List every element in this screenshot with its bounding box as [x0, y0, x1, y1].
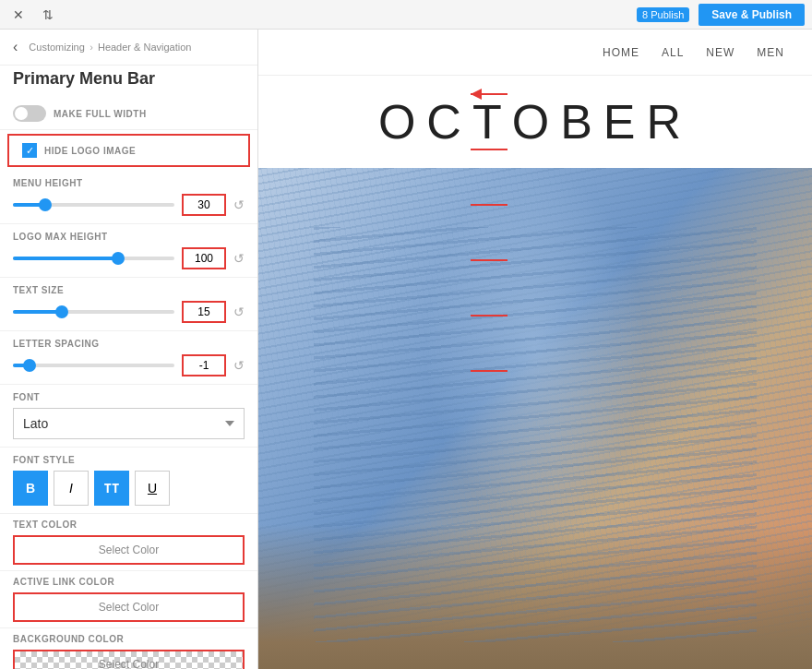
text-size-track[interactable]: [13, 310, 174, 314]
menu-height-label: MENU HEIGHT: [13, 178, 245, 188]
preview-image: [258, 168, 812, 669]
breadcrumb-customizing: Customizing: [29, 42, 85, 53]
sort-button[interactable]: ⇅: [37, 6, 59, 24]
nav-item: MEN: [757, 46, 784, 59]
preview-area: HOMEALLNEWMEN OCTOBER: [258, 30, 812, 669]
text-size-reset[interactable]: ↺: [233, 305, 245, 319]
jeans-weave: [314, 227, 757, 642]
page-title: Primary Menu Bar: [0, 66, 257, 98]
hide-logo-checkbox[interactable]: ✓: [22, 143, 37, 158]
font-style-buttons: B I TT U: [13, 471, 245, 506]
toggle-knob: [15, 107, 28, 120]
make-full-width-toggle[interactable]: [13, 105, 46, 122]
sort-icon: ⇅: [42, 7, 54, 22]
font-label: FONT: [13, 392, 245, 402]
menu-height-thumb[interactable]: [39, 198, 52, 211]
logo-max-height-input[interactable]: [182, 247, 226, 269]
italic-button[interactable]: I: [54, 471, 89, 506]
top-bar: ✕ ⇅ 8 Publish Save & Publish: [0, 0, 812, 30]
sidebar: ‹ Customizing › Header & Navigation Prim…: [0, 30, 258, 669]
letter-spacing-control: ↺: [13, 354, 245, 376]
text-color-button[interactable]: Select Color: [13, 535, 245, 565]
letter-spacing-reset[interactable]: ↺: [233, 358, 245, 373]
letter-spacing-section: LETTER SPACING ↺: [0, 331, 257, 385]
preview-logo: OCTOBER: [378, 94, 692, 149]
menu-height-section: MENU HEIGHT 30 ↺: [0, 171, 257, 224]
underline-button[interactable]: U: [135, 471, 170, 506]
nav-item: ALL: [662, 46, 684, 59]
top-bar-right: 8 Publish Save & Publish: [637, 4, 805, 26]
breadcrumb: Customizing › Header & Navigation: [29, 41, 191, 54]
hide-logo-row: ✓ HIDE LOGO IMAGE: [7, 134, 250, 167]
hide-logo-label: HIDE LOGO IMAGE: [44, 146, 136, 156]
background-color-section: BACKGROUND COLOR Select Color: [0, 628, 257, 669]
menu-height-reset[interactable]: ↺: [233, 197, 245, 212]
menu-height-track[interactable]: [13, 203, 174, 207]
close-icon: ✕: [13, 7, 24, 22]
letter-spacing-label: LETTER SPACING: [13, 339, 245, 349]
logo-max-height-section: LOGO MAX HEIGHT ↺: [0, 224, 257, 278]
background-color-button[interactable]: Select Color: [13, 650, 245, 669]
menu-height-control: 30 ↺: [13, 194, 245, 216]
logo-max-height-label: LOGO MAX HEIGHT: [13, 232, 245, 242]
notifications-badge: 8 Publish: [637, 7, 689, 22]
text-size-control: ↺: [13, 301, 245, 323]
letter-spacing-thumb[interactable]: [23, 359, 36, 372]
breadcrumb-sep: ›: [90, 42, 96, 53]
make-full-width-label: MAKE FULL WIDTH: [54, 109, 147, 119]
font-dropdown[interactable]: Lato Arial Georgia Helvetica Times New R…: [13, 408, 245, 439]
close-button[interactable]: ✕: [7, 6, 30, 24]
active-link-color-section: ACTIVE LINK COLOR Select Color: [0, 571, 257, 628]
main-layout: ‹ Customizing › Header & Navigation Prim…: [0, 30, 812, 669]
logo-max-height-track[interactable]: [13, 257, 174, 260]
logo-max-height-reset[interactable]: ↺: [233, 251, 245, 266]
save-publish-button[interactable]: Save & Publish: [699, 4, 805, 26]
active-link-color-label: ACTIVE LINK COLOR: [13, 577, 245, 587]
logo-max-height-control: ↺: [13, 247, 245, 269]
make-full-width-row: MAKE FULL WIDTH: [0, 98, 257, 130]
font-style-section: FONT STYLE B I TT U: [0, 448, 257, 514]
nav-item: HOME: [603, 46, 639, 59]
back-button[interactable]: ‹: [9, 39, 21, 55]
logo-max-height-fill: [13, 257, 118, 260]
text-color-section: TEXT COLOR Select Color: [0, 514, 257, 571]
logo-section: OCTOBER: [258, 76, 812, 168]
logo-max-height-thumb[interactable]: [112, 252, 125, 265]
text-size-label: TEXT SIZE: [13, 285, 245, 295]
sidebar-header: ‹ Customizing › Header & Navigation: [0, 30, 257, 66]
letter-spacing-input[interactable]: [182, 354, 226, 376]
text-color-label: TEXT COLOR: [13, 520, 245, 530]
menu-height-input[interactable]: 30: [182, 194, 226, 216]
background-color-label: BACKGROUND COLOR: [13, 634, 245, 644]
text-size-section: TEXT SIZE ↺: [0, 278, 257, 331]
preview-header: HOMEALLNEWMEN: [258, 30, 812, 76]
nav-links: HOMEALLNEWMEN: [603, 46, 784, 59]
nav-item: NEW: [706, 46, 734, 59]
top-bar-left: ✕ ⇅: [7, 6, 59, 24]
bold-button[interactable]: B: [13, 471, 48, 506]
breadcrumb-sub: Header & Navigation: [98, 42, 192, 53]
active-link-color-button[interactable]: Select Color: [13, 592, 245, 622]
tt-button[interactable]: TT: [94, 471, 129, 506]
text-size-thumb[interactable]: [55, 305, 68, 318]
letter-spacing-track[interactable]: [13, 364, 174, 367]
text-size-input[interactable]: [182, 301, 226, 323]
font-section: FONT Lato Arial Georgia Helvetica Times …: [0, 385, 257, 448]
font-style-label: FONT STYLE: [13, 455, 245, 465]
